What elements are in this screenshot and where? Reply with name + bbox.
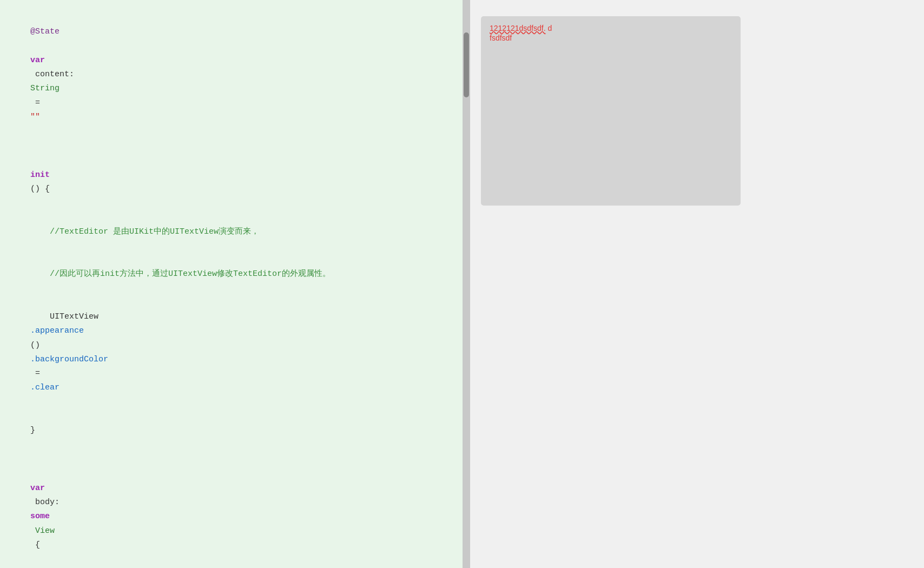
appearance-method: .appearance bbox=[30, 326, 84, 335]
view-type: View bbox=[30, 526, 55, 536]
code-line-6: UITextView .appearance () .backgroundCol… bbox=[11, 296, 452, 410]
clear-value: .clear bbox=[30, 383, 60, 392]
string-value: "" bbox=[30, 113, 40, 122]
code-editor[interactable]: @State var content: String = "" init () … bbox=[0, 0, 463, 568]
background-color-prop: .backgroundColor bbox=[30, 355, 108, 364]
at-state-keyword: @State bbox=[30, 27, 60, 36]
code-line-1: @State var content: String = "" bbox=[11, 11, 452, 138]
empty-line-8 bbox=[11, 452, 452, 467]
preview-text-line2: fsdfsdf bbox=[490, 34, 512, 42]
code-line-5: //因此可以再init方法中，通过UITextView修改TextEditor的… bbox=[11, 253, 452, 296]
code-line-7: } bbox=[11, 410, 452, 452]
preview-text-plain: d bbox=[546, 24, 552, 32]
preview-text-container: 1212121dsdfsdf. d fsdfsdf bbox=[486, 22, 735, 45]
var-keyword: var bbox=[30, 56, 45, 65]
code-line-3: init () { bbox=[11, 154, 452, 210]
var-keyword-body: var bbox=[30, 484, 45, 493]
code-line-9: var body: some View { bbox=[11, 467, 452, 567]
preview-text-underlined: 1212121dsdfsdf. bbox=[490, 24, 546, 32]
type-string: String bbox=[30, 84, 60, 93]
scrollbar-track[interactable] bbox=[463, 0, 470, 568]
init-keyword: init bbox=[30, 170, 50, 180]
scrollbar-thumb[interactable] bbox=[464, 32, 469, 97]
text-editor-preview[interactable]: 1212121dsdfsdf. d fsdfsdf bbox=[481, 16, 741, 206]
empty-line-2 bbox=[11, 138, 452, 154]
comment-5: //因此可以再init方法中，通过UITextView修改TextEditor的… bbox=[30, 269, 331, 279]
preview-panel: 1212121dsdfsdf. d fsdfsdf bbox=[470, 0, 924, 568]
comment-4: //TextEditor 是由UIKit中的UITextView演变而来， bbox=[30, 227, 259, 236]
some-keyword: some bbox=[30, 512, 50, 521]
code-line-4: //TextEditor 是由UIKit中的UITextView演变而来， bbox=[11, 210, 452, 253]
